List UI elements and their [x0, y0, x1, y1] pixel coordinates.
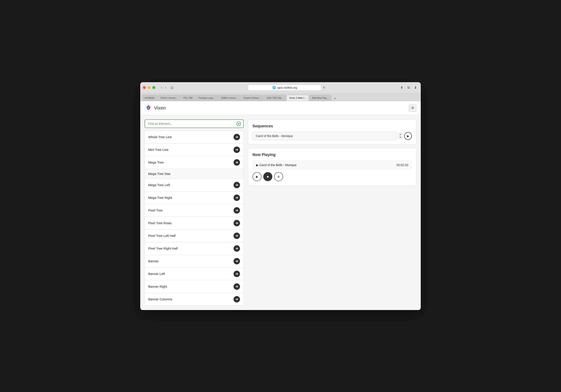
- share-button[interactable]: ⬆: [399, 85, 404, 91]
- element-item-pixel-tree-left-half[interactable]: Pixel Tree Left Half: [145, 229, 244, 242]
- element-arrow-banner-left[interactable]: [234, 271, 240, 277]
- tab-preview[interactable]: Preview Loop...: [196, 95, 218, 101]
- element-item-pixel-tree-right-half[interactable]: Pixel Tree Right Half: [145, 242, 244, 255]
- element-label-pixel-tree-right-half: Pixel Tree Right Half: [148, 247, 178, 250]
- sequence-select[interactable]: Carol of the Bells - Monique: [252, 132, 397, 140]
- sequence-selector: Carol of the Bells - Monique ▲ ▼ ▶: [252, 132, 412, 140]
- close-button[interactable]: [143, 86, 146, 89]
- arrow-right-icon: [235, 135, 238, 139]
- spinner-up-button[interactable]: ▲: [399, 133, 402, 136]
- element-arrow-pixel-tree-rows[interactable]: [234, 220, 240, 226]
- element-label-mega-tree-right: Mega Tree Right: [148, 196, 172, 199]
- search-clear-button[interactable]: [234, 120, 243, 127]
- element-item-whole-tree-line[interactable]: Whole Tree Line: [145, 131, 244, 143]
- element-label-banner-left: Banner Left: [148, 272, 165, 276]
- arrow-right-icon: [235, 247, 238, 250]
- app-title: Vixen: [154, 105, 166, 111]
- element-arrow-pixel-tree[interactable]: [234, 207, 240, 214]
- element-arrow-mega-tree-right[interactable]: [234, 195, 240, 201]
- element-arrow-banner-columns[interactable]: [234, 296, 240, 302]
- element-item-banner-columns[interactable]: Banner Columns: [145, 293, 244, 306]
- arrow-right-icon: [235, 183, 238, 187]
- element-arrow-mega-tree-left[interactable]: [234, 182, 240, 188]
- vixen-logo-icon: [145, 104, 152, 112]
- play-button[interactable]: ▶: [252, 172, 261, 181]
- element-item-mega-tree[interactable]: Mega Tree: [145, 156, 244, 169]
- element-label-banner: Banner: [148, 259, 159, 263]
- element-label-banner-columns: Banner Columns: [148, 297, 172, 301]
- element-label-mini-tree-line: Mini Tree Line: [148, 148, 169, 152]
- element-list: Whole Tree LineMini Tree LineMega TreeMe…: [145, 131, 244, 306]
- duplicate-button[interactable]: ⧉: [406, 85, 411, 90]
- forward-button[interactable]: ›: [164, 85, 167, 90]
- element-item-mega-tree-star[interactable]: Mega Tree Star: [145, 169, 244, 179]
- element-label-mega-tree: Mega Tree: [148, 161, 164, 164]
- url-text: apoc.kb9kld.org: [277, 86, 297, 89]
- element-arrow-mega-tree[interactable]: [234, 159, 240, 166]
- element-label-pixel-tree-rows: Pixel Tree Rows: [148, 221, 172, 225]
- back-button[interactable]: ‹: [160, 85, 163, 90]
- refresh-button[interactable]: ↻: [323, 86, 325, 89]
- maximize-button[interactable]: [152, 86, 155, 89]
- element-label-pixel-tree-left-half: Pixel Tree Left Half: [148, 234, 176, 237]
- element-arrow-whole-tree-line[interactable]: [234, 134, 240, 140]
- now-playing-track: ▶ Carol of the Bells - Monique 00:02:20: [252, 161, 412, 170]
- sequence-play-button[interactable]: ▶: [404, 132, 412, 140]
- address-bar[interactable]: 🌐 apoc.kb9kld.org: [248, 84, 321, 91]
- element-arrow-banner-right[interactable]: [234, 283, 240, 290]
- element-arrow-pixel-tree-right-half[interactable]: [234, 245, 240, 252]
- element-arrow-banner[interactable]: [234, 258, 240, 264]
- stop-button[interactable]: ■: [263, 172, 272, 181]
- arrow-right-icon: [235, 221, 238, 225]
- tab-vixen3[interactable]: Vixen 3 Web I...: [287, 95, 309, 101]
- clear-icon: [236, 121, 241, 126]
- svg-point-1: [148, 107, 149, 109]
- search-bar: [145, 119, 244, 128]
- element-item-mega-tree-right[interactable]: Mega Tree Right: [145, 191, 244, 204]
- element-label-whole-tree-line: Whole Tree Line: [148, 135, 172, 139]
- sidebar-toggle-button[interactable]: ⊡: [169, 85, 175, 91]
- element-item-pixel-tree[interactable]: Pixel Tree: [145, 204, 244, 217]
- element-label-mega-tree-left: Mega Tree Left: [148, 183, 170, 187]
- sequences-title: Sequences: [252, 124, 412, 128]
- download-button[interactable]: ⬇: [413, 85, 418, 91]
- arrow-right-icon: [235, 148, 238, 152]
- element-item-mega-tree-left[interactable]: Mega Tree Left: [145, 179, 244, 191]
- element-item-pixel-tree-rows[interactable]: Pixel Tree Rows: [145, 217, 244, 229]
- gear-icon: ⚙: [411, 106, 414, 110]
- sequence-spinner[interactable]: ▲ ▼: [398, 133, 402, 139]
- browser-window: ‹ › ⊡ 🌐 apoc.kb9kld.org ↻ ⬆ ⧉ ⬇ KC9BQA C…: [140, 82, 421, 310]
- pause-button[interactable]: ⏸: [274, 172, 283, 181]
- new-tab-button[interactable]: +: [332, 96, 338, 101]
- tab-vix732[interactable]: [VIX-732] Tab...: [264, 95, 286, 101]
- minimize-button[interactable]: [148, 86, 151, 89]
- spinner-down-button[interactable]: ▼: [399, 136, 402, 139]
- element-label-pixel-tree: Pixel Tree: [148, 208, 163, 212]
- tab-kc9bqa[interactable]: KC9BQA: [142, 95, 157, 101]
- search-input[interactable]: [145, 120, 234, 128]
- globe-icon: 🌐: [272, 86, 276, 89]
- tabs-bar: KC9BQA Chris's Corner... FXL-780 Preview…: [140, 93, 421, 101]
- element-item-banner-left[interactable]: Banner Left: [145, 268, 244, 280]
- element-item-mini-tree-line[interactable]: Mini Tree Line: [145, 143, 244, 156]
- settings-button[interactable]: ⚙: [409, 104, 416, 112]
- play-indicator: ▶: [256, 163, 259, 167]
- now-playing-title: Now Playing: [252, 153, 412, 157]
- sequences-section: Sequences Carol of the Bells - Monique ▲…: [248, 119, 416, 144]
- track-name: ▶ Carol of the Bells - Monique: [256, 163, 297, 167]
- element-item-banner-right[interactable]: Banner Right: [145, 280, 244, 293]
- arrow-right-icon: [235, 259, 238, 263]
- element-item-banner[interactable]: Banner: [145, 255, 244, 268]
- tab-oracle[interactable]: Oracle Cohere...: [241, 95, 264, 101]
- tab-fxl[interactable]: FXL-780: [181, 95, 195, 101]
- arrow-right-icon: [235, 161, 238, 164]
- element-arrow-mini-tree-line[interactable]: [234, 146, 240, 153]
- pause-icon: ⏸: [277, 175, 280, 178]
- element-label-mega-tree-star: Mega Tree Star: [148, 172, 170, 175]
- titlebar: ‹ › ⊡ 🌐 apoc.kb9kld.org ↻ ⬆ ⧉ ⬇: [140, 82, 421, 93]
- tab-addnew[interactable]: Add New Pag...: [309, 95, 331, 101]
- tab-chris[interactable]: Chris's Corner...: [158, 95, 180, 101]
- element-arrow-pixel-tree-left-half[interactable]: [234, 233, 240, 239]
- tab-1000[interactable]: (1000+) Incea...: [218, 95, 240, 101]
- arrow-right-icon: [235, 285, 238, 288]
